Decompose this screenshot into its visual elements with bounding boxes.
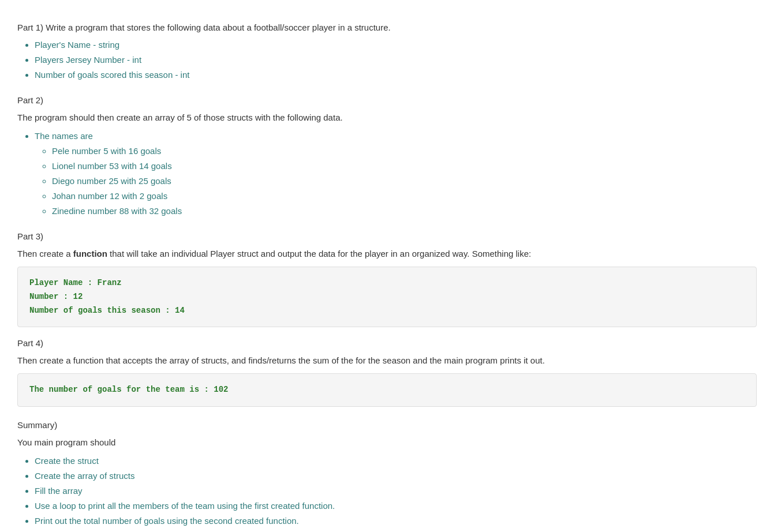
part2-names-label: The names are [35,131,93,141]
player-2: Lionel number 53 with 14 goals [52,159,757,173]
summary-bullet-4: Use a loop to print all the members of t… [35,499,757,513]
part2-heading: Part 2) [17,93,757,107]
summary-bullet-3: Fill the array [35,484,757,498]
part1-bullets: Player's Name - string Players Jersey Nu… [35,38,757,82]
part1-bullet-3: Number of goals scored this season - int [35,68,757,82]
part3-code-line-2: Number : 12 [29,290,745,304]
part2-main-list: The names are Pele number 5 with 16 goal… [35,129,757,218]
summary-bullet-1: Create the struct [35,454,757,468]
part3-code-line-3: Number of goals this season : 14 [29,304,745,318]
part2-description: The program should then create an array … [17,111,757,125]
part4-code-block: The number of goals for the team is : 10… [17,373,757,407]
summary-bullet-2: Create the array of structs [35,469,757,483]
part4-description: Then create a function that accepts the … [17,354,757,368]
summary-intro: You main program should [17,436,757,449]
player-4: Johan number 12 with 2 goals [52,189,757,203]
part3-heading: Part 3) [17,230,757,243]
player-5: Zinedine number 88 with 32 goals [52,204,757,218]
player-3: Diego number 25 with 25 goals [52,174,757,188]
part3-description: Then create a function that will take an… [17,247,757,261]
summary-heading: Summary) [17,418,757,432]
part2-players-list: Pele number 5 with 16 goals Lionel numbe… [52,144,757,218]
part1-bullet-1: Player's Name - string [35,38,757,52]
part3-code-line-1: Player Name : Franz [29,276,745,290]
part4-heading: Part 4) [17,336,757,350]
part2-names-intro: The names are Pele number 5 with 16 goal… [35,129,757,218]
summary-bullets: Create the struct Create the array of st… [35,454,757,528]
part1-heading: Part 1) Write a program that stores the … [17,21,757,35]
part1-bullet-2: Players Jersey Number - int [35,53,757,67]
part4-code-line: The number of goals for the team is : 10… [29,383,745,397]
part3-code-block: Player Name : Franz Number : 12 Number o… [17,267,757,327]
player-1: Pele number 5 with 16 goals [52,144,757,158]
part3-bold-word: function [73,249,107,258]
part3-desc-after: that will take an individual Player stru… [107,249,531,258]
summary-bullet-5: Print out the total number of goals usin… [35,514,757,528]
part3-desc-before: Then create a [17,249,73,258]
